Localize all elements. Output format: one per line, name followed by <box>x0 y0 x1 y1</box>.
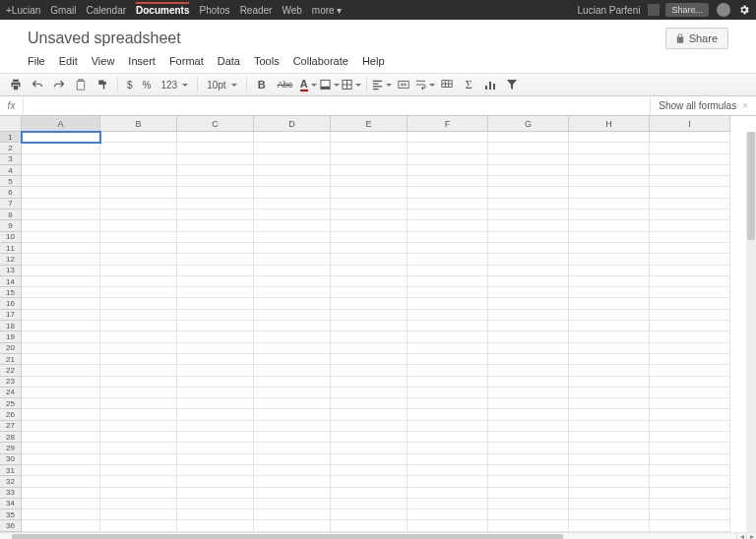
cell[interactable] <box>569 454 650 465</box>
cell[interactable] <box>100 321 177 331</box>
gear-icon[interactable] <box>738 4 750 16</box>
cell[interactable] <box>22 232 100 243</box>
cell[interactable] <box>22 354 100 365</box>
formula-input[interactable] <box>24 96 650 115</box>
cell[interactable] <box>650 154 730 165</box>
insert-comment-icon[interactable] <box>437 76 457 93</box>
redo-icon[interactable] <box>49 76 69 93</box>
cell[interactable] <box>408 276 488 287</box>
cell[interactable] <box>488 165 569 176</box>
cell[interactable] <box>488 365 569 376</box>
row-header[interactable]: 16 <box>0 298 22 309</box>
cell[interactable] <box>22 243 100 254</box>
cell[interactable] <box>100 199 177 210</box>
cell[interactable] <box>488 432 569 443</box>
cell[interactable] <box>650 343 730 354</box>
cell[interactable] <box>488 154 569 165</box>
cell[interactable] <box>408 331 488 342</box>
undo-icon[interactable] <box>28 76 47 93</box>
row-header[interactable]: 15 <box>0 287 22 298</box>
cell[interactable] <box>177 365 254 376</box>
cell[interactable] <box>254 287 331 298</box>
avatar-icon[interactable] <box>717 3 730 17</box>
cell[interactable] <box>408 287 488 298</box>
cell[interactable] <box>331 220 408 231</box>
cell[interactable] <box>177 176 254 187</box>
scrollbar-thumb[interactable] <box>12 534 563 539</box>
close-icon[interactable]: × <box>742 100 748 111</box>
row-header[interactable]: 36 <box>0 520 22 531</box>
cell[interactable] <box>408 343 488 354</box>
cell[interactable] <box>650 310 730 321</box>
cell[interactable] <box>22 254 100 265</box>
cell[interactable] <box>22 343 100 354</box>
cell[interactable] <box>569 220 650 231</box>
cell[interactable] <box>177 154 254 165</box>
gbar-share-button[interactable]: Share... <box>665 3 709 17</box>
cell[interactable] <box>569 298 650 309</box>
cell[interactable] <box>22 199 100 210</box>
cell[interactable] <box>100 331 177 342</box>
row-header[interactable]: 5 <box>0 176 22 187</box>
document-title[interactable]: Unsaved spreadsheet <box>28 30 181 47</box>
cell[interactable] <box>22 377 100 388</box>
cell[interactable] <box>22 520 100 531</box>
cell[interactable] <box>331 388 408 398</box>
cell[interactable] <box>569 210 650 220</box>
cell[interactable] <box>100 287 177 298</box>
cell[interactable] <box>254 321 331 331</box>
cell[interactable] <box>650 388 730 398</box>
cell[interactable] <box>22 187 100 198</box>
cell[interactable] <box>569 443 650 453</box>
cell[interactable] <box>408 243 488 254</box>
cell[interactable] <box>488 331 569 342</box>
cell[interactable] <box>177 199 254 210</box>
cell[interactable] <box>331 243 408 254</box>
scrollbar-thumb[interactable] <box>747 132 755 240</box>
cell[interactable] <box>650 176 730 187</box>
gbar-link[interactable]: Documents <box>136 2 189 16</box>
cell[interactable] <box>650 287 730 298</box>
cell[interactable] <box>650 377 730 388</box>
cell[interactable] <box>100 343 177 354</box>
cell[interactable] <box>331 266 408 276</box>
cell[interactable] <box>331 132 408 143</box>
cell[interactable] <box>408 443 488 453</box>
cell[interactable] <box>408 176 488 187</box>
insert-chart-icon[interactable] <box>480 76 500 93</box>
cell[interactable] <box>408 210 488 220</box>
cell[interactable] <box>488 143 569 153</box>
cell[interactable] <box>650 132 730 143</box>
functions-button[interactable]: Σ <box>459 76 478 93</box>
menu-edit[interactable]: Edit <box>59 55 78 67</box>
cell[interactable] <box>22 388 100 398</box>
cell[interactable] <box>100 443 177 453</box>
cell[interactable] <box>100 409 177 420</box>
cell[interactable] <box>22 321 100 331</box>
cell[interactable] <box>22 220 100 231</box>
cell[interactable] <box>22 443 100 453</box>
cell[interactable] <box>177 409 254 420</box>
cell[interactable] <box>488 509 569 520</box>
column-header[interactable]: A <box>22 116 100 132</box>
cell[interactable] <box>569 254 650 265</box>
cell[interactable] <box>22 409 100 420</box>
show-all-formulas-button[interactable]: Show all formulas × <box>650 96 756 115</box>
cell[interactable] <box>254 488 331 499</box>
cell[interactable] <box>100 398 177 409</box>
cell[interactable] <box>331 276 408 287</box>
cell[interactable] <box>254 365 331 376</box>
row-header[interactable]: 1 <box>0 132 22 143</box>
cell[interactable] <box>331 331 408 342</box>
cell[interactable] <box>488 443 569 453</box>
cell[interactable] <box>100 354 177 365</box>
cell[interactable] <box>22 488 100 499</box>
cell[interactable] <box>100 476 177 487</box>
cell[interactable] <box>569 243 650 254</box>
cell[interactable] <box>254 232 331 243</box>
cell[interactable] <box>177 165 254 176</box>
cell[interactable] <box>100 488 177 499</box>
cell[interactable] <box>408 132 488 143</box>
cell[interactable] <box>331 365 408 376</box>
row-header[interactable]: 8 <box>0 210 22 220</box>
